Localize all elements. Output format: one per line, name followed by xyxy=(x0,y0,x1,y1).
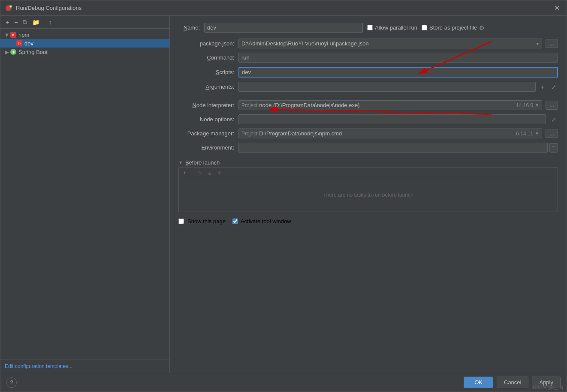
left-footer: Edit configuration templates... xyxy=(0,359,169,373)
package-json-label: package.json: xyxy=(178,40,238,47)
tree-label-spring-boot: Spring Boot xyxy=(18,49,48,55)
dev-icon: ▷ xyxy=(16,40,23,47)
tree-toggle-npm[interactable]: ▼ xyxy=(4,32,10,38)
node-interpreter-row: Node interpreter: Project node (D:\Progr… xyxy=(178,100,558,110)
before-launch-down-button[interactable]: ▼ xyxy=(215,169,223,177)
copy-config-button[interactable]: ⧉ xyxy=(21,18,29,27)
allow-parallel-checkbox[interactable] xyxy=(367,25,373,30)
arguments-add-icon[interactable]: + xyxy=(539,83,546,91)
command-select[interactable]: run xyxy=(238,53,558,63)
scripts-select[interactable]: dev xyxy=(238,67,558,78)
show-this-page-checkbox[interactable] xyxy=(178,218,184,224)
package-json-select-wrapper: ▼ xyxy=(238,39,542,48)
ok-button[interactable]: OK xyxy=(464,377,493,388)
node-options-expand-icon[interactable]: ⤢ xyxy=(549,115,558,124)
tree-item-dev[interactable]: ▷ dev xyxy=(0,39,169,48)
remove-config-button[interactable]: − xyxy=(12,18,19,27)
npm-icon: n xyxy=(10,31,17,38)
dialog-title: Run/Debug Configurations xyxy=(16,5,552,11)
node-interpreter-field: Project node (D:\ProgramData\nodejs\node… xyxy=(238,100,542,110)
before-launch-toggle[interactable]: ▼ xyxy=(178,160,183,165)
package-manager-value: D:\ProgramData\nodejs\npm.cmd xyxy=(259,130,342,137)
right-panel-wrapper: Name: Allow parallel run Store as projec… xyxy=(170,16,567,373)
node-interpreter-area: Project node (D:\ProgramData\nodejs\node… xyxy=(238,100,558,110)
arguments-expand-icon[interactable]: ⤢ xyxy=(549,83,558,91)
node-interpreter-value: node (D:\ProgramData\nodejs\node.exe) xyxy=(259,102,359,108)
footer-left: ? xyxy=(6,377,17,388)
before-launch-label: Before launch xyxy=(185,159,220,166)
no-tasks-label: There are no tasks to run before launch xyxy=(323,192,413,198)
add-config-button[interactable]: + xyxy=(4,18,11,27)
scripts-row: Scripts: dev xyxy=(178,67,558,78)
package-json-browse-button[interactable]: ... xyxy=(546,39,558,48)
show-this-page-label: Show this page xyxy=(187,218,226,224)
before-launch-remove-button[interactable]: − xyxy=(189,169,195,177)
store-as-project-row: Store as project file ⚙ xyxy=(422,24,485,31)
tree-item-npm[interactable]: ▼ n npm xyxy=(0,30,169,39)
activate-tool-row: Activate tool window xyxy=(232,218,291,224)
before-launch-content: There are no tasks to run before launch xyxy=(178,178,558,212)
activate-tool-window-checkbox[interactable] xyxy=(232,218,238,224)
name-input[interactable] xyxy=(204,23,363,33)
store-as-project-label: Store as project file xyxy=(429,24,477,31)
node-interpreter-label: Node interpreter: xyxy=(178,102,238,108)
node-options-row: Node options: ⤢ xyxy=(178,114,558,124)
node-interpreter-project-prefix: Project xyxy=(241,102,257,108)
store-as-project-checkbox[interactable] xyxy=(422,25,427,30)
package-json-input[interactable] xyxy=(238,39,542,48)
node-interpreter-version: 14.16.0 xyxy=(516,102,533,108)
arguments-field-area: + ⤢ xyxy=(238,82,558,92)
tree-label-npm: npm xyxy=(18,32,29,38)
environment-row: Environment: ≡ xyxy=(178,143,558,153)
spring-boot-icon: ◉ xyxy=(10,48,17,55)
before-launch-edit-button[interactable]: ✎ xyxy=(196,169,204,177)
environment-edit-icon[interactable]: ≡ xyxy=(549,143,558,153)
name-label: Name: xyxy=(178,24,200,31)
dialog-icon xyxy=(5,4,12,12)
before-launch-section: ▼ Before launch + − ✎ ▲ ▼ There are no t… xyxy=(178,159,558,212)
before-launch-toolbar: + − ✎ ▲ ▼ xyxy=(178,168,558,178)
before-launch-add-button[interactable]: + xyxy=(181,169,187,177)
watermark: CSDN @xj_-xj xyxy=(533,385,563,390)
cancel-button[interactable]: Cancel xyxy=(497,377,528,388)
node-options-label: Node options: xyxy=(178,116,238,123)
allow-parallel-row: Allow parallel run xyxy=(367,24,417,31)
tree-label-dev: dev xyxy=(24,40,33,47)
title-bar: Run/Debug Configurations ✕ xyxy=(0,0,567,16)
environment-area: ≡ xyxy=(238,143,558,153)
environment-input[interactable] xyxy=(238,143,548,153)
folder-config-button[interactable]: 📁 xyxy=(30,18,41,27)
package-json-field-area: ▼ ... xyxy=(238,39,558,48)
sort-config-button[interactable]: ↕ xyxy=(47,18,53,27)
node-interpreter-browse-button[interactable]: ... xyxy=(546,101,558,110)
node-options-area: ⤢ xyxy=(238,114,558,124)
show-this-page-row: Show this page xyxy=(178,218,226,224)
close-button[interactable]: ✕ xyxy=(552,3,562,13)
arguments-input[interactable] xyxy=(238,82,536,92)
package-manager-browse-button[interactable]: ... xyxy=(546,129,558,138)
edit-templates-link[interactable]: Edit configuration templates... xyxy=(5,363,72,369)
help-button[interactable]: ? xyxy=(6,377,17,388)
tree-item-spring-boot[interactable]: ▶ ◉ Spring Boot xyxy=(0,48,169,56)
tree-toggle-spring[interactable]: ▶ xyxy=(4,49,10,55)
toolbar-separator xyxy=(44,19,44,26)
main-content: + − ⧉ 📁 ↕ ▼ n npm ▷ xyxy=(0,16,567,373)
store-as-project-gear[interactable]: ⚙ xyxy=(479,24,485,31)
right-panel: Name: Allow parallel run Store as projec… xyxy=(170,16,567,373)
command-select-wrapper: run xyxy=(238,53,558,63)
allow-parallel-label: Allow parallel run xyxy=(375,24,417,31)
node-interpreter-dropdown-arrow[interactable]: ▼ xyxy=(535,103,539,108)
package-manager-dropdown-arrow[interactable]: ▼ xyxy=(535,131,539,136)
name-area: Name: Allow parallel run Store as projec… xyxy=(178,23,558,33)
node-options-input[interactable] xyxy=(238,114,546,124)
run-debug-dialog: Run/Debug Configurations ✕ + − ⧉ 📁 ↕ ▼ n xyxy=(0,0,567,392)
package-manager-label: Package manager: xyxy=(178,130,238,137)
before-launch-up-button[interactable]: ▲ xyxy=(205,169,214,177)
command-label: Command: xyxy=(178,54,238,61)
arguments-row: Arguments: + ⤢ xyxy=(178,82,558,92)
package-manager-area: Project D:\ProgramData\nodejs\npm.cmd 6.… xyxy=(238,129,558,138)
activate-tool-window-label: Activate tool window xyxy=(241,218,291,224)
package-manager-project-prefix: Project xyxy=(241,131,257,137)
config-toolbar: + − ⧉ 📁 ↕ xyxy=(0,16,169,29)
arguments-label: Arguments: xyxy=(178,84,238,90)
